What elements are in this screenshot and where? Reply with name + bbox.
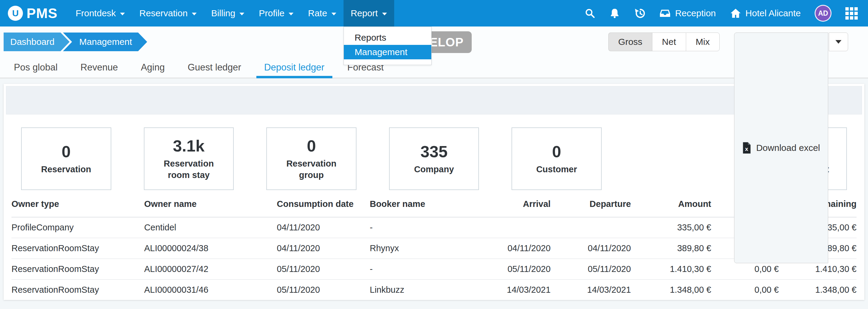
- net-button[interactable]: Net: [652, 33, 686, 51]
- chevron-down-icon: [120, 13, 125, 15]
- hotel-label: Hotel Alicante: [746, 8, 801, 19]
- download-excel-button[interactable]: x Download excel: [734, 33, 828, 263]
- download-split-button: x Download excel: [734, 33, 848, 263]
- menu-frontdesk-label: Frontdesk: [76, 8, 116, 19]
- cell-consumption-date: 05/11/2020: [277, 279, 370, 300]
- search-icon[interactable]: [585, 8, 595, 19]
- cell-booker-name: Rhynyx: [370, 238, 476, 259]
- download-options-caret-button[interactable]: [829, 33, 848, 51]
- menu-reservation-label: Reservation: [140, 8, 188, 19]
- reception-selector[interactable]: Reception: [659, 7, 716, 19]
- menu-rate[interactable]: Rate: [301, 0, 343, 27]
- mix-button[interactable]: Mix: [686, 33, 720, 51]
- main-menu: Frontdesk Reservation Billing Profile Ra…: [68, 0, 394, 27]
- cell-departure: 14/03/2021: [551, 279, 631, 300]
- cell-consumption-date: 04/11/2020: [277, 217, 370, 238]
- stat-card-company: 335 Company: [389, 127, 479, 190]
- notifications-bell-icon[interactable]: [609, 8, 620, 19]
- col-consumption-date: Consumption date: [277, 190, 370, 217]
- stat-card-reservation: 0 Reservation: [21, 127, 111, 190]
- stat-value: 0: [62, 142, 70, 161]
- report-menu-item-reports[interactable]: Reports: [344, 30, 431, 45]
- inbox-icon: [659, 7, 671, 19]
- cell-owner-name: ALI00000027/42: [144, 259, 277, 279]
- tab-revenue[interactable]: Revenue: [73, 57, 126, 78]
- breadcrumb-management[interactable]: Management: [63, 33, 147, 51]
- stat-card-reservation-room-stay: 3.1k Reservation room stay: [144, 127, 234, 190]
- cell-owner-name: ALI00000024/38: [144, 238, 277, 259]
- chevron-down-icon: [240, 13, 244, 15]
- cell-owner-type: ProfileCompany: [11, 217, 144, 238]
- col-owner-name: Owner name: [144, 190, 277, 217]
- report-toolbar: Gross Net Mix x Download excel: [608, 33, 848, 263]
- col-arrival: Arrival: [476, 190, 551, 217]
- top-navbar: U PMS Frontdesk Reservation Billing Prof…: [0, 0, 868, 27]
- stat-label: Reservation: [33, 164, 99, 175]
- col-booker-name: Booker name: [370, 190, 476, 217]
- stat-label: Customer: [528, 164, 585, 175]
- cell-arrival: 05/11/2020: [476, 259, 551, 279]
- menu-profile[interactable]: Profile: [251, 0, 301, 27]
- stat-card-reservation-group: 0 Reservation group: [266, 127, 356, 190]
- stat-value: 335: [421, 142, 447, 161]
- cell-spent: 0,00 €: [711, 279, 779, 300]
- report-menu-item-management[interactable]: Management: [344, 45, 431, 59]
- cell-owner-type: ReservationRoomStay: [11, 279, 144, 300]
- navbar-right-cluster: Reception Hotel Alicante AD: [585, 0, 860, 27]
- excel-file-icon: x: [742, 142, 751, 153]
- cell-owner-name: Centidel: [144, 217, 277, 238]
- stat-label: Company: [406, 164, 462, 175]
- menu-billing[interactable]: Billing: [204, 0, 251, 27]
- chevron-down-icon: [332, 13, 336, 15]
- cell-arrival: 04/11/2020: [476, 238, 551, 259]
- gross-button[interactable]: Gross: [608, 33, 652, 51]
- stat-value: 0: [307, 136, 316, 155]
- cell-consumption-date: 05/11/2020: [277, 259, 370, 279]
- stat-label: Reservation group: [267, 158, 356, 181]
- stat-value: 3.1k: [173, 136, 205, 155]
- app-logo[interactable]: U PMS: [8, 0, 58, 27]
- reception-label: Reception: [675, 8, 716, 19]
- chevron-down-icon: [382, 13, 387, 15]
- view-mode-toggle: Gross Net Mix: [608, 33, 720, 263]
- report-dropdown-menu: Reports Management: [343, 27, 432, 65]
- cell-owner-name: ALI00000031/46: [144, 279, 277, 300]
- col-owner-type: Owner type: [11, 190, 144, 217]
- cell-arrival: [476, 217, 551, 238]
- cell-booker-name: -: [370, 217, 476, 238]
- menu-frontdesk[interactable]: Frontdesk: [68, 0, 132, 27]
- stat-value: 0: [552, 142, 561, 161]
- tab-aging[interactable]: Aging: [133, 57, 173, 78]
- brand-circle-icon: U: [8, 6, 23, 21]
- apps-grid-icon[interactable]: [845, 7, 858, 20]
- cell-remaining: 1.348,00 €: [779, 279, 857, 300]
- tab-guest-ledger[interactable]: Guest ledger: [180, 57, 249, 78]
- brand-name: PMS: [27, 5, 58, 22]
- user-avatar[interactable]: AD: [815, 5, 832, 22]
- download-excel-label: Download excel: [756, 143, 820, 153]
- menu-rate-label: Rate: [308, 8, 327, 19]
- stat-card-customer: 0 Customer: [512, 127, 602, 190]
- cell-owner-type: ReservationRoomStay: [11, 259, 144, 279]
- cell-consumption-date: 04/11/2020: [277, 238, 370, 259]
- tab-pos-global[interactable]: Pos global: [6, 57, 65, 78]
- menu-billing-label: Billing: [211, 8, 235, 19]
- cell-arrival: 14/03/2021: [476, 279, 551, 300]
- menu-reservation[interactable]: Reservation: [132, 0, 204, 27]
- menu-report[interactable]: Report Reports Management: [343, 0, 394, 27]
- menu-profile-label: Profile: [259, 8, 284, 19]
- chevron-down-icon: [289, 13, 293, 15]
- table-row: ReservationRoomStay ALI00000031/46 05/11…: [11, 279, 857, 300]
- breadcrumb-dashboard[interactable]: Dashboard: [4, 33, 70, 51]
- svg-text:x: x: [745, 146, 748, 152]
- cell-booker-name: Linkbuzz: [370, 279, 476, 300]
- stat-label: Reservation room stay: [145, 158, 234, 181]
- cell-owner-type: ReservationRoomStay: [11, 238, 144, 259]
- home-icon: [730, 7, 741, 19]
- tab-deposit-ledger[interactable]: Deposit ledger: [256, 57, 332, 78]
- cell-amount: 1.348,00 €: [631, 279, 711, 300]
- hotel-selector[interactable]: Hotel Alicante: [730, 7, 801, 19]
- chevron-down-icon: [192, 13, 197, 15]
- history-icon[interactable]: [634, 7, 645, 19]
- cell-booker-name: -: [370, 259, 476, 279]
